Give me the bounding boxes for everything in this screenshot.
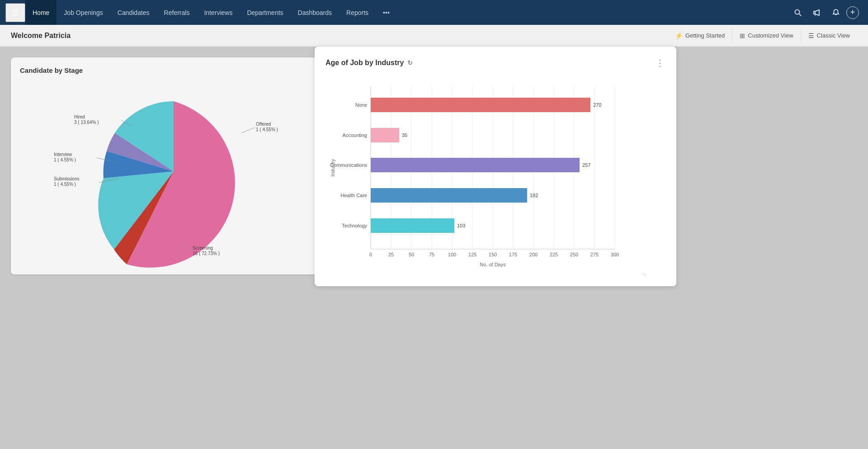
bar-chart-title: Age of Job by Industry ↻: [326, 59, 413, 67]
label-accounting: Accounting: [343, 132, 367, 138]
label-communications: Communications: [330, 162, 367, 168]
pie-label-hired-val: 3 ( 13.64% ): [74, 120, 99, 125]
resize-handle[interactable]: ⤡: [642, 271, 646, 278]
lightning-icon: ⚡: [675, 32, 683, 39]
label-healthcare: Health Care: [340, 193, 367, 198]
bar-chart-header: Age of Job by Industry ↻ ⋮: [326, 57, 665, 68]
pie-chart-area: Offered 1 ( 4.55% ) Hired 3 ( 13.64% ) I…: [20, 83, 309, 255]
welcome-text: Welcome Patricia: [11, 32, 71, 40]
bar-chart-card: Age of Job by Industry ↻ ⋮: [315, 47, 676, 286]
x-tick-75: 75: [429, 252, 434, 257]
classic-view-button[interactable]: ☰ Classic View: [801, 29, 857, 42]
add-button[interactable]: +: [846, 6, 859, 19]
grid-icon: ⊞: [740, 32, 745, 39]
svg-line-3: [241, 128, 255, 133]
x-axis-title: No. of Days: [480, 262, 506, 267]
x-tick-175: 175: [509, 252, 517, 257]
nav-job-openings[interactable]: Job Openings: [57, 0, 110, 25]
chart-menu-button[interactable]: ⋮: [656, 57, 665, 68]
megaphone-button[interactable]: [808, 6, 826, 19]
toolbar: Welcome Patricia ⚡ Getting Started ⊞ Cus…: [0, 25, 868, 47]
toolbar-actions: ⚡ Getting Started ⊞ Customized View ☰ Cl…: [668, 29, 857, 42]
x-tick-0: 0: [369, 252, 372, 257]
notification-button[interactable]: [827, 6, 844, 19]
x-tick-200: 200: [529, 252, 538, 257]
svg-point-0: [795, 9, 800, 14]
customized-view-button[interactable]: ⊞ Customized View: [732, 29, 801, 42]
main-content: Candidate by Stage: [0, 47, 868, 449]
nav-reports[interactable]: Reports: [339, 0, 376, 25]
pie-label-interview: Interview: [54, 152, 72, 157]
pie-label-hired: Hired: [74, 114, 85, 119]
pie-label-offered: Offered: [256, 122, 271, 127]
hamburger-menu[interactable]: ☰: [5, 3, 25, 22]
nav-home[interactable]: Home: [25, 0, 57, 25]
nav-more[interactable]: •••: [376, 0, 397, 25]
value-technology: 103: [457, 223, 465, 228]
pie-label-interview-val: 1 ( 4.55% ): [54, 157, 76, 162]
svg-line-1: [799, 14, 802, 16]
x-tick-225: 225: [550, 252, 558, 257]
value-none: 270: [593, 102, 601, 108]
pie-label-screening-val: 16 ( 72.73% ): [193, 251, 220, 256]
value-healthcare: 192: [530, 193, 538, 198]
pie-label-screening: Screening: [193, 246, 213, 250]
value-communications: 257: [582, 162, 590, 168]
x-tick-25: 25: [388, 252, 394, 257]
pie-chart-title: Candidate by Stage: [20, 66, 309, 74]
nav-candidates[interactable]: Candidates: [110, 0, 157, 25]
bar-chart-svg: 0 25 50 75 100 125 150 175 200 225 250 2…: [326, 77, 651, 276]
bar-accounting: [371, 128, 399, 142]
pie-label-submissions: Submissions: [54, 176, 80, 181]
bar-technology: [371, 218, 454, 233]
label-technology: Technology: [342, 223, 367, 228]
list-icon: ☰: [808, 32, 814, 39]
nav-dashboards[interactable]: Dashboards: [291, 0, 340, 25]
nav-referrals[interactable]: Referrals: [157, 0, 197, 25]
x-tick-125: 125: [468, 252, 476, 257]
bar-healthcare: [371, 188, 527, 203]
pie-label-offered-val: 1 ( 4.55% ): [256, 127, 278, 132]
nav-interviews[interactable]: Interviews: [197, 0, 240, 25]
x-tick-100: 100: [448, 252, 456, 257]
refresh-icon[interactable]: ↻: [407, 59, 413, 66]
nav-departments[interactable]: Departments: [240, 0, 290, 25]
x-tick-250: 250: [570, 252, 578, 257]
bar-none: [371, 98, 590, 112]
label-none: None: [355, 102, 367, 108]
search-button[interactable]: [789, 6, 807, 19]
pie-chart-card: Candidate by Stage: [11, 57, 318, 274]
x-tick-300: 300: [611, 252, 619, 257]
navbar: ☰ Home Job Openings Candidates Referrals…: [0, 0, 868, 25]
x-tick-50: 50: [409, 252, 414, 257]
getting-started-button[interactable]: ⚡ Getting Started: [668, 29, 732, 42]
pie-label-submissions-val: 1 ( 4.55% ): [54, 182, 76, 187]
x-tick-275: 275: [590, 252, 599, 257]
value-accounting: 35: [402, 132, 407, 138]
bar-communications: [371, 158, 580, 172]
x-tick-150: 150: [489, 252, 497, 257]
pie-chart-svg: Offered 1 ( 4.55% ) Hired 3 ( 13.64% ) I…: [52, 88, 278, 250]
svg-marker-2: [814, 11, 815, 14]
